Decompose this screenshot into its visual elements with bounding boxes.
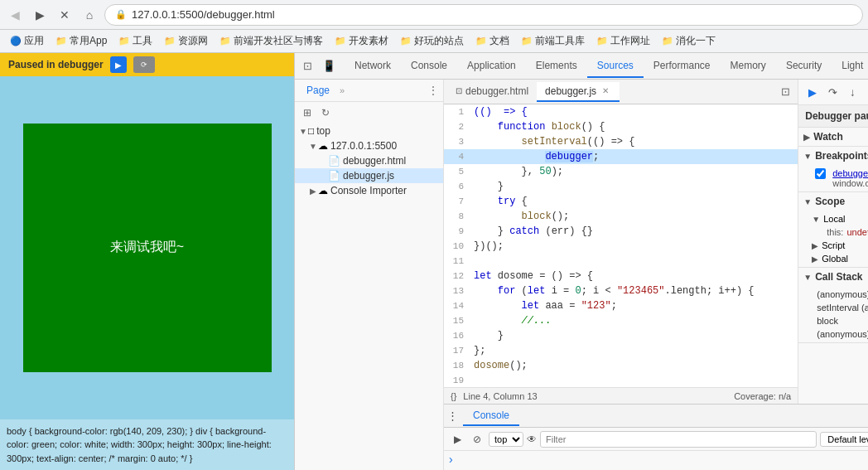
code-status-bar: {} Line 4, Column 13 Coverage: n/a: [444, 387, 798, 404]
call-stack-item-3[interactable]: block: [812, 314, 868, 327]
code-line-8: 8 block();: [444, 209, 798, 224]
tab-network[interactable]: Network: [345, 55, 401, 78]
scope-header[interactable]: ▼ Scope: [798, 192, 868, 211]
call-stack-frame-2: setInterval (async): [817, 303, 868, 313]
console-filter-input[interactable]: [540, 431, 817, 448]
code-line-10: 10 })();: [444, 239, 798, 254]
clear-console-button[interactable]: ⊘: [469, 431, 485, 448]
bookmark-common-app[interactable]: 📁 常用App: [51, 32, 112, 50]
code-line-7: 7 try {: [444, 194, 798, 209]
tree-item-host[interactable]: ▼ ☁ 127.0.0.1:5500: [295, 138, 443, 153]
breakpoint-file[interactable]: debugger.js:26: [832, 168, 868, 178]
chevron-right-icon: ▶: [812, 254, 818, 264]
bookmark-resources[interactable]: 📁 资源网: [159, 32, 213, 50]
bookmark-frontend-community[interactable]: 📁 前端开发社区与博客: [215, 32, 328, 50]
step-button[interactable]: ⟳: [133, 56, 155, 73]
scope-script-label: Script: [822, 240, 845, 250]
scope-local-header[interactable]: ▼ Local: [812, 212, 868, 225]
breakpoints-header[interactable]: ▼ Breakpoints: [798, 147, 868, 165]
line-number: 8: [444, 209, 470, 224]
watch-section-header[interactable]: ▶ Watch: [798, 128, 868, 146]
html-file-icon: 📄: [328, 155, 340, 167]
scope-script-header[interactable]: ▶ Script: [812, 239, 868, 252]
close-tab-icon[interactable]: ✕: [600, 85, 611, 97]
tree-item-html[interactable]: 📄 debugger.html: [295, 153, 443, 168]
call-stack-label: Call Stack: [815, 271, 862, 283]
bookmark-fun-sites[interactable]: 📁 好玩的站点: [395, 32, 469, 50]
line-number: 6: [444, 179, 470, 194]
device-icon-btn[interactable]: 📱: [320, 57, 338, 75]
tree-item-js[interactable]: 📄 debugger.js: [295, 168, 443, 183]
step-over-button[interactable]: ↷: [823, 83, 841, 101]
file-tree-menu-icon[interactable]: ⋮: [428, 85, 438, 96]
tab-light[interactable]: Light: [832, 55, 868, 78]
call-stack-item-4[interactable]: (anonymous): [812, 327, 868, 341]
console-tab[interactable]: Console: [463, 406, 519, 426]
console-prompt[interactable]: ›: [449, 453, 453, 466]
bookmark-apps[interactable]: 🔵 应用: [5, 32, 49, 50]
tab-security[interactable]: Security: [776, 55, 832, 78]
context-select[interactable]: top: [489, 432, 523, 447]
call-stack-item-1[interactable]: (anonymous): [812, 288, 868, 301]
scope-global-header[interactable]: ▶ Global: [812, 252, 868, 265]
bookmark-frontend-tools[interactable]: 📁 前端工具库: [516, 32, 590, 50]
breakpoint-checkbox[interactable]: [815, 168, 826, 179]
eye-icon[interactable]: 👁: [527, 434, 537, 445]
more-tabs-icon[interactable]: »: [340, 85, 345, 95]
line-content: }: [470, 179, 798, 194]
line-content: (() => {: [470, 104, 798, 119]
call-stack-header[interactable]: ▼ Call Stack: [798, 268, 868, 286]
expand-code-icon[interactable]: ⊡: [776, 83, 794, 101]
reload-button[interactable]: ✕: [55, 5, 75, 25]
tree-item-top[interactable]: ▼ □ top: [295, 124, 443, 138]
resume-button[interactable]: ▶: [110, 56, 127, 73]
bookmark-tools[interactable]: 📁 工具: [113, 32, 157, 50]
line-number: 3: [444, 134, 470, 149]
bookmark-work-urls[interactable]: 📁 工作网址: [591, 32, 655, 50]
call-stack-item-2[interactable]: setInterval (async): [812, 301, 868, 314]
tab-debugger-js[interactable]: debugger.js ✕: [537, 82, 620, 102]
scope-label: Scope: [815, 196, 845, 207]
refresh-icon[interactable]: ↻: [318, 105, 333, 120]
tab-sources[interactable]: Sources: [587, 55, 644, 78]
resume-console-button[interactable]: ▶: [449, 431, 465, 448]
forward-button[interactable]: ▶: [30, 5, 50, 25]
levels-select[interactable]: Default levels ▼: [820, 432, 868, 447]
tab-performance[interactable]: Performance: [644, 55, 721, 78]
code-editor[interactable]: 1 (() => { 2 function block() {: [444, 104, 798, 387]
line-number: 18: [444, 358, 470, 373]
console-levels: Default levels ▼: [820, 432, 868, 447]
browser-window: ◀ ▶ ✕ ⌂ 🔒 127.0.0.1:5500/debugger.html 🔵…: [0, 0, 868, 470]
sources-layout: Page » ⋮ ⊞ ↻ ▼ □ top: [295, 80, 868, 470]
bookmark-docs[interactable]: 📁 文档: [470, 32, 514, 50]
bookmark-label: 文档: [489, 34, 509, 48]
tab-elements[interactable]: Elements: [526, 55, 587, 78]
folder-icon: 📁: [335, 36, 346, 46]
line-content: for (let i = 0; i < "123465".length; i++…: [470, 283, 798, 298]
bookmark-digest[interactable]: 📁 消化一下: [657, 32, 721, 50]
home-button[interactable]: ⌂: [80, 5, 99, 25]
tab-application[interactable]: Application: [457, 55, 526, 78]
code-line-3: 3 setInterval(() => {: [444, 134, 798, 149]
call-stack-frame-1: (anonymous): [817, 289, 868, 299]
folder-icon: 📁: [164, 36, 176, 46]
tab-console[interactable]: Console: [401, 55, 457, 78]
tab-memory[interactable]: Memory: [721, 55, 776, 78]
resume-debug-button[interactable]: ▶: [803, 83, 822, 101]
tree-item-console-importer[interactable]: ▶ ☁ Console Importer: [295, 183, 443, 198]
console-tab-bar: ⋮ Console: [444, 405, 868, 428]
line-content: let aaa = "123";: [470, 298, 798, 313]
format-icon[interactable]: {}: [451, 391, 456, 401]
tab-debugger-html[interactable]: ⊡ debugger.html: [447, 82, 537, 102]
step-into-button[interactable]: ↓: [843, 83, 861, 101]
step-out-button[interactable]: ↑: [863, 83, 868, 101]
bookmark-dev-assets[interactable]: 📁 开发素材: [330, 32, 393, 50]
new-file-icon[interactable]: ⊞: [300, 105, 315, 120]
scope-content: ▼ Local this: undefine...: [798, 211, 868, 267]
back-button[interactable]: ◀: [5, 5, 25, 25]
code-line-19: 19: [444, 373, 798, 387]
inspect-icon-btn[interactable]: ⊡: [298, 57, 316, 75]
drag-handle-icon[interactable]: ⋮: [447, 409, 458, 422]
address-bar[interactable]: 🔒 127.0.0.1:5500/debugger.html: [104, 4, 863, 26]
page-tab[interactable]: Page: [300, 83, 336, 98]
